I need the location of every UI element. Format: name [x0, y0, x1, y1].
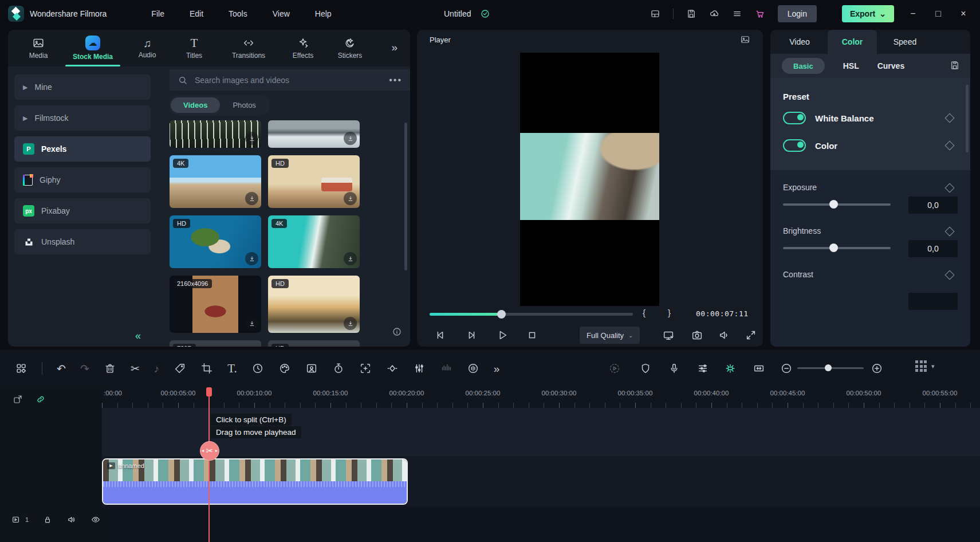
tab-stock-media[interactable]: ☁Stock Media	[63, 30, 123, 66]
track-manager-button[interactable]: ▾	[915, 360, 935, 372]
audio-mixer-icon[interactable]	[696, 362, 709, 375]
lock-icon[interactable]	[42, 514, 53, 525]
save-icon[interactable]	[686, 9, 696, 19]
seek-bar[interactable]	[430, 313, 633, 316]
delete-icon[interactable]	[104, 362, 116, 375]
next-frame-button[interactable]	[465, 329, 478, 341]
mark-icon[interactable]	[174, 362, 186, 375]
menu-icon[interactable]	[732, 9, 742, 19]
render-preview-icon[interactable]	[608, 362, 621, 375]
play-button[interactable]	[496, 329, 509, 341]
close-button[interactable]: ×	[957, 9, 970, 19]
quality-dropdown[interactable]: Full Quality⌄	[580, 327, 640, 344]
tab-transitions[interactable]: Transitions	[219, 30, 278, 66]
timeline-zoom-handle[interactable]	[825, 364, 832, 371]
speed-icon[interactable]	[251, 362, 264, 375]
timeline-zoom-slider[interactable]	[797, 367, 864, 369]
tab-titles[interactable]: TTitles	[172, 30, 217, 66]
seek-handle[interactable]	[497, 310, 506, 319]
search-options-icon[interactable]: •••	[389, 75, 402, 85]
video-clip[interactable]: ▶unnamed	[102, 458, 408, 505]
menu-view[interactable]: View	[273, 9, 290, 18]
download-icon[interactable]	[245, 252, 258, 265]
menu-file[interactable]: File	[151, 9, 164, 18]
stock-video-thumb-portrait[interactable]: 2160x4096	[170, 276, 261, 333]
filter-videos[interactable]: Videos	[171, 97, 220, 113]
export-button[interactable]: Export⌄	[842, 5, 894, 22]
undo-icon[interactable]: ↶	[57, 363, 66, 374]
tabs-overflow-icon[interactable]: »	[391, 41, 397, 54]
redo-icon[interactable]: ↷	[80, 363, 89, 374]
stock-video-thumb-beach[interactable]: 4K	[170, 155, 261, 208]
value-box-brightness[interactable]: 0,0	[908, 240, 958, 257]
source-pexels[interactable]: PPexels	[14, 136, 151, 162]
source-giphy[interactable]: Giphy	[14, 167, 151, 193]
slider-handle[interactable]	[829, 200, 838, 209]
motion-track-icon[interactable]	[359, 362, 372, 375]
zoom-out-icon[interactable]	[780, 362, 793, 375]
adjust-icon[interactable]	[413, 362, 426, 375]
keyframe-diamond-icon[interactable]	[945, 141, 955, 151]
collapse-sidebar-icon[interactable]: «	[135, 330, 141, 342]
source-unsplash[interactable]: Unsplash	[14, 229, 151, 254]
menu-edit[interactable]: Edit	[190, 9, 203, 18]
download-icon[interactable]	[245, 317, 258, 330]
grid-scrollbar[interactable]	[404, 123, 407, 270]
link-clips-icon[interactable]	[36, 394, 46, 404]
toggle-white-balance[interactable]	[783, 112, 806, 124]
volume-icon[interactable]	[718, 329, 731, 341]
mark-in-button[interactable]: {	[643, 308, 646, 317]
playhead-handle[interactable]	[206, 387, 212, 396]
audio-ducking-icon[interactable]	[467, 362, 479, 375]
stock-video-thumb-cut2[interactable]: HD	[268, 340, 360, 347]
minimize-button[interactable]: −	[907, 9, 919, 19]
tab-stickers[interactable]: Stickers	[328, 30, 372, 66]
sound-icon[interactable]	[66, 514, 77, 525]
more-icon[interactable]: »	[494, 363, 500, 374]
prop-tab-color[interactable]: Color	[828, 30, 877, 54]
prop-tab-video[interactable]: Video	[782, 30, 817, 54]
timeline-ruler[interactable]: :00:0000:00:05:0000:00:10:0000:00:15:000…	[102, 387, 980, 408]
voiceover-icon[interactable]	[668, 362, 680, 375]
speed-ramp-icon[interactable]	[332, 362, 345, 375]
previous-frame-button[interactable]	[434, 329, 447, 341]
video-canvas[interactable]	[520, 53, 659, 306]
cart-icon[interactable]	[755, 9, 765, 19]
mask-icon[interactable]	[305, 362, 318, 375]
toggle-color[interactable]	[783, 139, 806, 152]
download-icon[interactable]	[344, 252, 357, 265]
save-preset-icon[interactable]	[950, 60, 960, 70]
crop-icon[interactable]	[200, 362, 213, 375]
download-icon[interactable]	[245, 192, 258, 205]
download-icon[interactable]	[245, 132, 258, 145]
tab-audio[interactable]: ♫Audio	[125, 30, 170, 66]
snapshot-camera-icon[interactable]	[691, 329, 703, 341]
stock-video-thumb-sunset[interactable]: HD	[268, 276, 360, 333]
value-box-contrast[interactable]	[908, 293, 958, 310]
download-icon[interactable]	[344, 192, 357, 205]
maximize-button[interactable]: □	[932, 9, 944, 19]
insert-clip-icon[interactable]	[13, 394, 23, 404]
layout-icon[interactable]	[650, 9, 660, 19]
eye-icon[interactable]	[90, 514, 101, 525]
marker-icon[interactable]	[639, 362, 652, 375]
source-pixabay[interactable]: pxPixabay	[14, 198, 151, 223]
stock-video-thumb-flower[interactable]: HD	[170, 215, 261, 268]
stock-video-thumb-wave[interactable]	[268, 120, 360, 148]
zoom-in-icon[interactable]	[871, 362, 883, 375]
value-box-exposure[interactable]: 0,0	[908, 197, 958, 214]
subtab-curves[interactable]: Curves	[877, 61, 904, 70]
fit-timeline-icon[interactable]	[753, 362, 765, 375]
tab-media[interactable]: Media	[16, 30, 61, 66]
subtab-basic[interactable]: Basic	[782, 58, 825, 74]
slider-track-brightness[interactable]	[783, 247, 891, 249]
subtab-hsl[interactable]: HSL	[843, 61, 859, 70]
fullscreen-icon[interactable]	[745, 329, 757, 341]
keyframe-diamond-icon[interactable]	[945, 113, 955, 123]
stop-button[interactable]	[526, 329, 538, 341]
player-media-icon[interactable]	[740, 34, 750, 45]
text-icon[interactable]: T.	[227, 363, 237, 375]
slider-handle[interactable]	[829, 243, 838, 252]
auto-split-icon[interactable]	[724, 362, 737, 375]
source-mine[interactable]: ▶Mine	[14, 74, 151, 100]
